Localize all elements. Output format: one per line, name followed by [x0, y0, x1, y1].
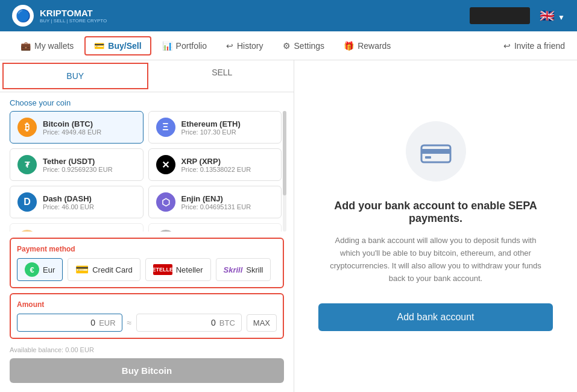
nav-buy-sell[interactable]: 💳 Buy/Sell [84, 36, 151, 55]
amount-label: Amount [17, 300, 277, 309]
sepa-title: Add your bank account to enable SEPA pay… [318, 200, 553, 225]
scrollbar-thumb[interactable] [283, 111, 286, 195]
payment-method-section: Payment method € Eur 💳 Credit Card NETEL… [10, 238, 284, 288]
amount-section: Amount EUR ≈ BTC MAX [10, 293, 284, 339]
eth-icon: Ξ [156, 118, 175, 137]
app-title: KRIPTOMAT [40, 8, 107, 18]
payment-options: € Eur 💳 Credit Card NETELLER Neteller Sk… [17, 258, 277, 281]
tab-sell-label: SELL [212, 68, 232, 77]
wallet-icon: 💼 [20, 41, 31, 51]
coin-grid: ₿ Bitcoin (BTC) Price: 4949.48 EUR Ξ Eth… [10, 111, 284, 232]
btc-icon: ₿ [17, 118, 37, 137]
coin-dash[interactable]: D Dash (DASH) Price: 46.00 EUR [10, 186, 143, 218]
eur-currency-label: EUR [99, 318, 115, 327]
nav-portfolio-label: Portfolio [176, 41, 207, 51]
tab-sell[interactable]: SELL [151, 60, 294, 92]
xrp-icon: ✕ [156, 155, 175, 174]
xrp-price: Price: 0.13538022 EUR [181, 166, 251, 173]
neteller-label: Neteller [176, 265, 203, 274]
credit-card-label: Credit Card [92, 265, 132, 274]
portfolio-icon: 📊 [162, 41, 172, 51]
add-bank-account-button[interactable]: Add bank account [318, 303, 553, 331]
invite-friend[interactable]: ↩ Invite a friend [503, 41, 565, 51]
svg-rect-1 [421, 149, 450, 154]
btc-name: Bitcoin (BTC) [43, 119, 101, 128]
coin-dai[interactable]: ◈ Dai (DAI) [10, 223, 143, 232]
tab-buy[interactable]: BUY [2, 63, 148, 89]
payment-neteller[interactable]: NETELLER Neteller [145, 258, 211, 281]
right-panel: Add your bank account to enable SEPA pay… [294, 60, 577, 392]
nav-settings[interactable]: ⚙ Settings [274, 37, 333, 54]
eur-amount-input[interactable] [24, 318, 95, 327]
coin-enj[interactable]: ⬡ Enjin (ENJ) Price: 0.04695131 EUR [148, 186, 282, 218]
payment-method-label: Payment method [17, 245, 277, 253]
nav-buy-sell-label: Buy/Sell [108, 41, 141, 51]
skrill-label: Skrill [246, 265, 263, 274]
nav-my-wallets-label: My wallets [34, 41, 74, 51]
scrollbar-track[interactable] [283, 111, 286, 232]
xrp-name: XRP (XRP) [181, 157, 251, 166]
max-button[interactable]: MAX [247, 314, 277, 332]
usdt-name: Tether (USDT) [43, 157, 113, 166]
coin-xrp[interactable]: ✕ XRP (XRP) Price: 0.13538022 EUR [148, 148, 282, 181]
rewards-icon: 🎁 [344, 41, 354, 51]
usdt-price: Price: 0.92569230 EUR [43, 166, 113, 173]
svg-rect-2 [425, 156, 431, 159]
choose-coin-label: Choose your coin [0, 92, 294, 111]
app-subtitle: BUY | SELL | STORE CRYPTO [40, 18, 107, 24]
history-icon: ↩ [226, 41, 233, 51]
payment-eur[interactable]: € Eur [17, 258, 63, 281]
enj-name: Enjin (ENJ) [181, 194, 251, 203]
neteller-icon: NETELLER [153, 264, 172, 275]
nav-settings-label: Settings [294, 41, 325, 51]
nav-rewards-label: Rewards [358, 41, 391, 51]
coin-usdt[interactable]: ₮ Tether (USDT) Price: 0.92569230 EUR [10, 148, 143, 181]
eth-price: Price: 107.30 EUR [181, 128, 241, 136]
approx-symbol: ≈ [127, 318, 132, 327]
eur-icon: € [25, 262, 39, 277]
dash-name: Dash (DASH) [43, 194, 94, 203]
bank-icon [420, 139, 452, 163]
payment-credit-card[interactable]: 💳 Credit Card [68, 258, 140, 281]
dash-icon: D [17, 192, 37, 212]
skrill-icon: Skrill [224, 265, 243, 274]
invite-icon: ↩ [503, 41, 511, 51]
nav-portfolio[interactable]: 📊 Portfolio [154, 37, 215, 54]
settings-icon: ⚙ [283, 41, 291, 51]
nav-history[interactable]: ↩ History [218, 37, 272, 54]
bank-icon-container [406, 121, 466, 182]
user-menu[interactable] [470, 7, 530, 24]
nav-my-wallets[interactable]: 💼 My wallets [12, 37, 82, 54]
btc-amount-wrap: BTC [136, 314, 242, 332]
available-balance: Available balance: 0.00 EUR [0, 344, 294, 353]
invite-label: Invite a friend [514, 41, 565, 51]
card-icon: 💳 [94, 41, 104, 51]
btc-amount-input[interactable] [143, 318, 216, 327]
coin-snc[interactable]: ☀ SunContract (SNC) [148, 223, 282, 232]
logo: 🔵 KRIPTOMAT BUY | SELL | STORE CRYPTO [12, 5, 107, 27]
usdt-icon: ₮ [17, 155, 37, 174]
sepa-description: Adding a bank account will allow you to … [327, 235, 544, 285]
nav-rewards[interactable]: 🎁 Rewards [335, 37, 399, 54]
enj-price: Price: 0.04695131 EUR [181, 203, 251, 210]
enj-icon: ⬡ [156, 192, 175, 212]
eth-name: Ethereum (ETH) [181, 119, 241, 128]
dash-price: Price: 46.00 EUR [43, 203, 94, 210]
language-flag[interactable]: 🇬🇧 ▼ [540, 8, 565, 23]
nav-history-label: History [237, 41, 263, 51]
coin-eth[interactable]: Ξ Ethereum (ETH) Price: 107.30 EUR [148, 111, 282, 144]
payment-skrill[interactable]: Skrill Skrill [216, 258, 271, 281]
eur-label: Eur [43, 265, 55, 274]
tab-buy-label: BUY [66, 71, 84, 81]
btc-price: Price: 4949.48 EUR [43, 128, 101, 136]
coin-btc[interactable]: ₿ Bitcoin (BTC) Price: 4949.48 EUR [10, 111, 143, 144]
eur-amount-wrap: EUR [17, 314, 122, 332]
credit-card-icon: 💳 [75, 263, 89, 276]
btc-currency-label: BTC [219, 318, 235, 327]
buy-bitcoin-button[interactable]: Buy Bitcoin [10, 358, 284, 383]
